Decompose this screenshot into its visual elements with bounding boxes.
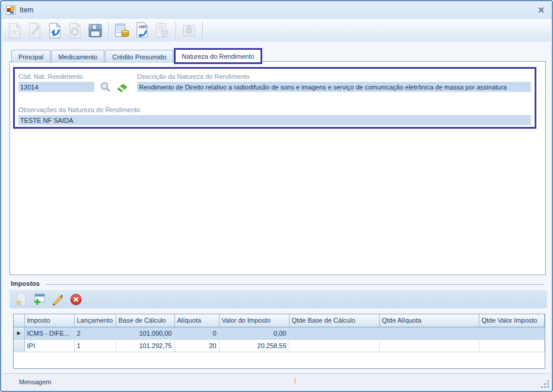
close-icon[interactable]: ✕ [535,5,547,15]
observacoes-label: Observações da Natureza do Rendimento [18,106,140,113]
natureza-fields-group: Cód. Nat. Rendimento Descrição da Nature… [13,67,536,129]
table-row[interactable]: IPI 1 101.292,75 20 20.258,55 [14,339,545,352]
tab-medicamento[interactable]: Medicamento [51,50,104,63]
col-valor-imposto[interactable]: Valor do Imposto [219,314,289,327]
status-separator-tick [294,378,295,384]
toolbar-separator [202,22,203,39]
resize-grip-icon[interactable] [541,380,549,388]
cell-qtde-aliquota[interactable] [379,327,479,339]
descricao-input[interactable] [137,82,531,92]
delete-record-icon[interactable] [68,292,84,307]
cell-qtde-aliquota[interactable] [379,339,479,352]
status-message: Mensagem [19,378,51,385]
impostos-group-title: Impostos [11,280,40,287]
cell-lancamento[interactable]: 1 [74,339,116,352]
col-qtde-valor-imposto[interactable]: Qtde Valor Imposto [479,314,545,327]
edit-record-icon[interactable] [49,292,66,307]
cell-imposto[interactable]: ICMS - DIFE... [24,327,74,339]
col-base-calculo[interactable]: Base de Cálculo [116,314,174,327]
cell-qtde-valor-imposto[interactable] [479,339,545,352]
row-selector [14,339,24,352]
save-floppy-icon[interactable] [85,21,104,40]
tabstrip: Principal Medicamento Crédito Presumido … [11,47,263,63]
cell-aliquota[interactable]: 20 [174,339,219,352]
titlebar: Item ✕ [1,1,552,19]
cell-base-calculo[interactable]: 101.292,75 [116,339,174,352]
edit-document-icon [25,21,44,40]
col-aliquota[interactable]: Alíquota [174,314,219,327]
impostos-toolbar [9,290,547,308]
cell-base-calculo[interactable]: 101.000,00 [116,327,174,339]
cod-nat-rendimento-label: Cód. Nat. Rendimento [18,73,83,80]
taxes-spreadsheet-coins-icon[interactable] [112,21,131,40]
impostos-grid: Imposto Lançamento Base de Cálculo Alíqu… [13,314,545,369]
eraser-icon[interactable] [116,81,129,94]
new-document-icon [5,21,24,40]
col-imposto[interactable]: Imposto [24,314,74,327]
cell-qtde-valor-imposto[interactable] [479,327,545,339]
svg-text:+IPI: +IPI [138,24,147,30]
tab-principal[interactable]: Principal [11,50,50,63]
cell-imposto[interactable]: IPI [24,339,74,352]
lock-icon [179,21,198,40]
toolbar-separator [109,22,109,39]
window-title: Item [20,6,33,14]
col-qtde-aliquota[interactable]: Qtde Alíquota [379,314,479,327]
document-notes-icon [152,21,171,40]
observacoes-input[interactable] [18,115,531,125]
cell-aliquota[interactable]: 0 [174,327,219,339]
cell-lancamento[interactable]: 2 [74,327,116,339]
table-header-row: Imposto Lançamento Base de Cálculo Alíqu… [14,314,545,327]
col-lancamento[interactable]: Lançamento [74,314,116,327]
confirm-return-icon[interactable] [45,21,64,40]
cell-qtde-base-calculo[interactable] [289,339,379,352]
recalc-ipi-icon[interactable]: +IPI [132,21,151,40]
add-record-icon[interactable] [31,292,47,307]
toolbar-separator [176,22,176,39]
cell-valor-imposto[interactable]: 20.258,55 [219,339,289,352]
descricao-label: Descrição da Natureza do Rendimento [137,73,250,80]
impostos-table: Imposto Lançamento Base de Cálculo Alíqu… [14,314,545,352]
statusbar: Mensagem [2,373,551,390]
table-row[interactable]: ▶ ICMS - DIFE... 2 101.000,00 0 0,00 [14,327,545,339]
cell-valor-imposto[interactable]: 0,00 [219,327,289,339]
window-form-icon [6,5,15,15]
new-record-icon [12,292,29,307]
cod-nat-rendimento-input[interactable] [18,82,94,92]
cancel-document-icon [65,21,84,40]
col-qtde-base-calculo[interactable]: Qtde Base de Cálculo [289,314,379,327]
impostos-group-line [45,284,544,285]
row-selector-arrow: ▶ [14,327,24,339]
main-toolbar: +IPI [2,19,551,42]
cell-qtde-base-calculo[interactable] [289,327,379,339]
tab-credito-presumido[interactable]: Crédito Presumido [105,50,173,63]
search-icon[interactable] [99,81,112,94]
tab-natureza-do-rendimento[interactable]: Natureza do Rendimento [174,48,262,64]
tabpage-natureza-do-rendimento: Cód. Nat. Rendimento Descrição da Nature… [9,61,546,275]
row-selector-header [14,314,24,327]
item-window: Item ✕ +IPI [0,0,553,392]
